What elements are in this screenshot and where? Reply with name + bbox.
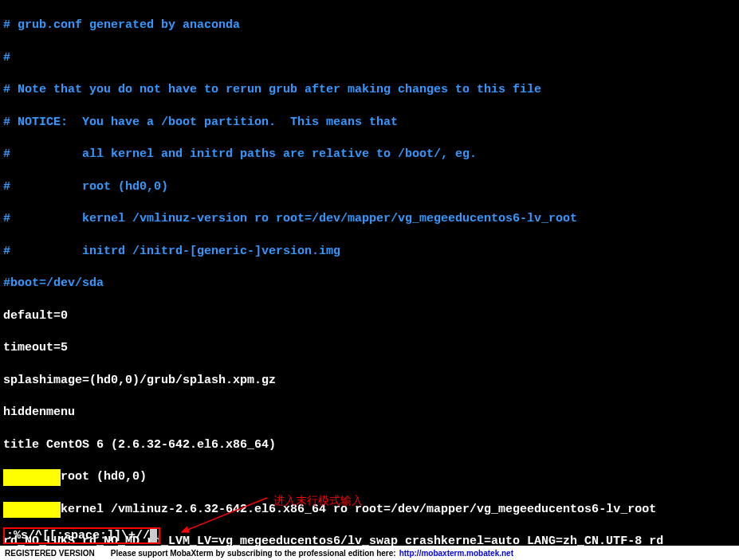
config-line: timeout=5 bbox=[3, 340, 736, 356]
match-highlight bbox=[3, 502, 61, 518]
status-registered: REGISTERED VERSION bbox=[5, 549, 95, 558]
comment-line: # Note that you do not have to rerun gru… bbox=[3, 82, 736, 98]
comment-line: # root (hd0,0) bbox=[3, 179, 736, 195]
command-text: :%s/^[[:space:]]\+// bbox=[6, 529, 150, 542]
config-line: default=0 bbox=[3, 308, 736, 324]
mobaxterm-status-bar: REGISTERED VERSION Please support MobaXt… bbox=[0, 546, 739, 560]
comment-line: # initrd /initrd-[generic-]version.img bbox=[3, 244, 736, 260]
command-highlight-box: :%s/^[[:space:]]\+// bbox=[3, 527, 160, 544]
comment-line: # all kernel and initrd paths are relati… bbox=[3, 147, 736, 163]
comment-line: # bbox=[3, 50, 736, 66]
highlighted-root-line: root (hd0,0) bbox=[3, 469, 736, 485]
config-line: hiddenmenu bbox=[3, 405, 736, 421]
comment-line: #boot=/dev/sda bbox=[3, 276, 736, 292]
config-line: splashimage=(hd0,0)/grub/splash.xpm.gz bbox=[3, 373, 736, 389]
terminal-output: # grub.conf generated by anaconda # # No… bbox=[0, 0, 739, 560]
cursor-icon bbox=[150, 529, 157, 542]
status-link[interactable]: http://mobaxterm.mobatek.net bbox=[399, 549, 513, 558]
comment-line: # grub.conf generated by anaconda bbox=[3, 18, 736, 33]
match-highlight bbox=[3, 469, 61, 485]
comment-line: # kernel /vmlinuz-version ro root=/dev/m… bbox=[3, 211, 736, 227]
status-support-text: Please support MobaXterm by subscribing … bbox=[111, 549, 396, 558]
vim-command-line[interactable]: :%s/^[[:space:]]\+// bbox=[3, 527, 736, 544]
comment-line: # NOTICE: You have a /boot partition. Th… bbox=[3, 115, 736, 131]
highlighted-kernel-line: kernel /vmlinuz-2.6.32-642.el6.x86_64 ro… bbox=[3, 502, 736, 518]
config-line: title CentOS 6 (2.6.32-642.el6.x86_64) bbox=[3, 437, 736, 453]
annotation-label: 进入末行模式输入 bbox=[273, 494, 363, 508]
